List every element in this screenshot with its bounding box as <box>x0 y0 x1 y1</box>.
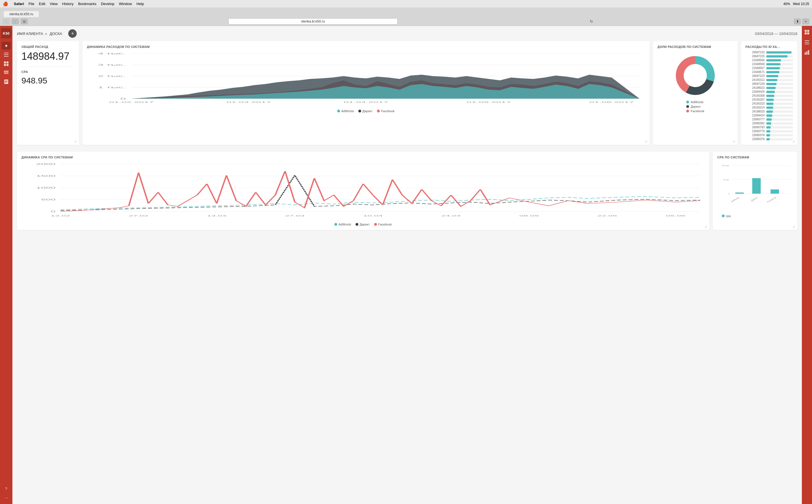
bar-direct <box>752 178 761 194</box>
sidebar-item-doc[interactable] <box>2 78 11 86</box>
reload-button[interactable]: ↻ <box>590 19 593 24</box>
sidebar-item-star[interactable]: ★ <box>2 42 11 50</box>
donut-card: ДОЛИ РАСХОДОВ ПО СИСТЕМАМ <box>653 41 738 145</box>
svg-rect-11 <box>5 81 8 81</box>
menu-window[interactable]: Window <box>119 2 132 6</box>
bar-track <box>766 99 793 101</box>
bar-fill <box>766 126 771 129</box>
svg-text:1500: 1500 <box>36 174 56 177</box>
legend-adwords-label: AdWords <box>341 109 354 113</box>
svg-point-32 <box>685 66 705 85</box>
add-tab-button[interactable]: + <box>802 19 809 24</box>
bar-track <box>766 103 793 105</box>
sidebar-item-grid[interactable] <box>2 60 11 68</box>
list-item: 26687223 <box>745 74 793 78</box>
resize-handle-6: ⊿ <box>792 224 795 228</box>
bar-id-label: 21668566 <box>745 59 765 62</box>
address-bar[interactable]: olenka.bi.k50.ru <box>228 18 398 25</box>
svg-text:1000: 1000 <box>36 186 56 189</box>
right-icon-list[interactable] <box>803 38 811 46</box>
svg-rect-70 <box>808 50 809 55</box>
bar-fill <box>766 87 776 89</box>
bar-track <box>766 59 793 61</box>
cpa-legend-adwords-dot <box>334 223 337 226</box>
svg-text:500: 500 <box>41 198 56 201</box>
add-button[interactable]: + <box>68 29 77 38</box>
left-sidebar: K50 ★ ? → <box>0 26 12 504</box>
list-item: 21668571 <box>745 70 793 74</box>
bar-track <box>766 71 793 73</box>
sidebar-item-menu[interactable] <box>2 51 11 59</box>
svg-rect-68 <box>805 52 806 55</box>
donut-label-direct: Директ <box>691 105 701 108</box>
bar-fill <box>766 55 787 58</box>
svg-rect-9 <box>4 73 8 74</box>
sidebar-item-logout[interactable]: → <box>2 494 11 502</box>
svg-text:01.02.2017: 01.02.2017 <box>109 101 154 103</box>
bar-facebook <box>771 189 779 194</box>
bar-fill <box>766 75 778 77</box>
bar-fill <box>766 59 781 61</box>
bar-track <box>766 51 793 54</box>
right-icon-grid[interactable] <box>803 28 811 36</box>
list-item: 26687232 <box>745 51 793 54</box>
svg-text:0: 0 <box>120 97 126 100</box>
date-range[interactable]: 03/04/2018 — 10/04/2018 <box>755 32 797 36</box>
bar-id-label: 23060777 <box>745 118 765 121</box>
list-item: 21684424 <box>745 114 793 117</box>
legend-adwords: AdWords <box>337 109 354 113</box>
bar-id-label: 21668567 <box>745 67 765 70</box>
list-item: 26060783 <box>745 126 793 129</box>
breadcrumb-page: ДОСКА <box>50 32 62 36</box>
share-button[interactable]: ⬆ <box>794 19 801 24</box>
apple-menu[interactable]: 🍎 <box>3 1 8 6</box>
svg-rect-66 <box>805 42 809 43</box>
bar-fill <box>766 114 772 117</box>
list-item: 23080376 <box>745 138 793 141</box>
bar-track <box>766 83 793 85</box>
id-chart-card: РАСХОДЫ ПО ID КА... 26687232 26687225 21… <box>741 41 797 145</box>
list-item: 26687225 <box>745 55 793 58</box>
svg-text:10 тыс.: 10 тыс. <box>722 164 730 167</box>
cpa-legend-adwords: AdWords <box>334 223 351 226</box>
svg-rect-65 <box>805 40 809 41</box>
sidebar-item-help[interactable]: ? <box>2 485 11 493</box>
bar-adwords <box>735 193 744 194</box>
svg-text:08.05: 08.05 <box>519 215 539 217</box>
sidebar-item-table[interactable] <box>2 69 11 77</box>
menu-help[interactable]: Help <box>136 2 144 6</box>
logo[interactable]: K50 <box>1 28 11 38</box>
donut-chart <box>673 53 718 98</box>
menu-history[interactable]: History <box>62 2 73 6</box>
reader-view-button[interactable]: ⊡ <box>21 19 28 24</box>
menu-file[interactable]: File <box>28 2 34 6</box>
menu-bookmarks[interactable]: Bookmarks <box>78 2 96 6</box>
bar-track <box>766 118 793 121</box>
donut-container: AdWords Директ Facebook <box>657 51 733 116</box>
legend-facebook: Facebook <box>377 109 394 113</box>
bar-track <box>766 91 793 93</box>
resize-handle-5: ⊿ <box>704 224 707 228</box>
bar-fill <box>766 99 774 101</box>
bar-track <box>766 130 793 132</box>
menu-develop[interactable]: Develop <box>101 2 114 6</box>
legend-direct-dot <box>358 110 361 112</box>
svg-text:01.05.2017: 01.05.2017 <box>466 101 511 103</box>
right-icon-chart[interactable] <box>803 48 811 56</box>
bar-fill <box>766 83 776 85</box>
browser-tab[interactable]: olenka.bi.k50.ru <box>3 11 39 17</box>
bar-track <box>766 87 793 89</box>
bar-id-label: 24188020 <box>745 110 765 113</box>
menu-edit[interactable]: Edit <box>39 2 45 6</box>
svg-text:01.06.2017: 01.06.2017 <box>589 101 634 103</box>
menu-view[interactable]: View <box>50 2 58 6</box>
forward-button[interactable]: › <box>12 19 19 24</box>
menu-safari[interactable]: Safari <box>14 2 24 6</box>
legend-facebook-label: Facebook <box>381 109 394 113</box>
svg-rect-7 <box>4 71 8 72</box>
svg-rect-61 <box>805 30 807 32</box>
back-button[interactable]: ‹ <box>3 19 10 24</box>
svg-text:0: 0 <box>729 193 730 195</box>
bar-fill <box>766 130 770 132</box>
svg-text:0: 0 <box>51 210 56 213</box>
